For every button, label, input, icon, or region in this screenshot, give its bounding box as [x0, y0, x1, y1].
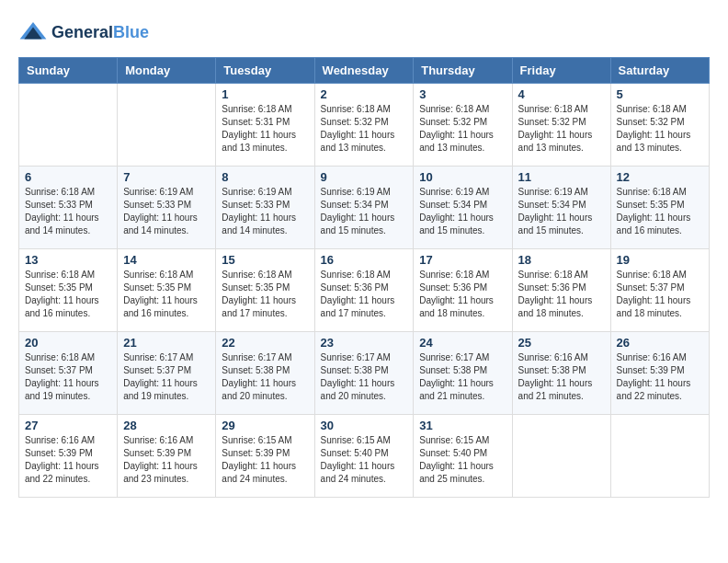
day-info: Sunrise: 6:15 AM Sunset: 5:39 PM Dayligh… [222, 434, 308, 486]
day-cell: 2Sunrise: 6:18 AM Sunset: 5:32 PM Daylig… [314, 84, 414, 167]
day-cell: 20Sunrise: 6:18 AM Sunset: 5:37 PM Dayli… [19, 332, 118, 415]
calendar-header: SundayMondayTuesdayWednesdayThursdayFrid… [19, 58, 710, 84]
logo: GeneralBlue [18, 18, 149, 48]
calendar-table: SundayMondayTuesdayWednesdayThursdayFrid… [18, 57, 710, 498]
column-header-sunday: Sunday [19, 58, 118, 84]
day-cell: 10Sunrise: 6:19 AM Sunset: 5:34 PM Dayli… [414, 167, 512, 249]
day-cell: 23Sunrise: 6:17 AM Sunset: 5:38 PM Dayli… [314, 332, 414, 415]
day-number: 22 [222, 336, 308, 350]
logo-icon [18, 18, 48, 48]
day-cell [610, 415, 709, 498]
column-header-wednesday: Wednesday [314, 58, 414, 84]
day-info: Sunrise: 6:18 AM Sunset: 5:33 PM Dayligh… [25, 186, 111, 237]
day-number: 9 [321, 170, 408, 184]
day-number: 31 [419, 419, 506, 432]
day-cell: 8Sunrise: 6:19 AM Sunset: 5:33 PM Daylig… [216, 167, 314, 249]
day-info: Sunrise: 6:17 AM Sunset: 5:37 PM Dayligh… [123, 351, 210, 403]
day-number: 30 [321, 419, 408, 432]
day-number: 3 [419, 87, 506, 101]
day-info: Sunrise: 6:18 AM Sunset: 5:35 PM Dayligh… [617, 186, 703, 237]
day-number: 10 [419, 170, 506, 184]
day-number: 23 [321, 336, 408, 350]
day-info: Sunrise: 6:18 AM Sunset: 5:36 PM Dayligh… [518, 269, 605, 320]
day-info: Sunrise: 6:17 AM Sunset: 5:38 PM Dayligh… [321, 351, 408, 403]
day-cell: 11Sunrise: 6:19 AM Sunset: 5:34 PM Dayli… [512, 167, 610, 249]
header-row: SundayMondayTuesdayWednesdayThursdayFrid… [19, 58, 710, 84]
day-cell: 9Sunrise: 6:19 AM Sunset: 5:34 PM Daylig… [314, 167, 414, 249]
day-number: 2 [321, 87, 408, 101]
day-info: Sunrise: 6:19 AM Sunset: 5:33 PM Dayligh… [222, 186, 308, 237]
day-info: Sunrise: 6:18 AM Sunset: 5:35 PM Dayligh… [25, 269, 111, 320]
day-number: 12 [617, 170, 703, 184]
day-number: 18 [518, 253, 605, 267]
day-info: Sunrise: 6:18 AM Sunset: 5:32 PM Dayligh… [617, 103, 703, 155]
day-number: 25 [518, 336, 605, 350]
week-row-3: 13Sunrise: 6:18 AM Sunset: 5:35 PM Dayli… [19, 249, 710, 332]
day-info: Sunrise: 6:16 AM Sunset: 5:39 PM Dayligh… [617, 351, 703, 403]
day-info: Sunrise: 6:18 AM Sunset: 5:36 PM Dayligh… [419, 269, 506, 320]
day-info: Sunrise: 6:19 AM Sunset: 5:34 PM Dayligh… [518, 186, 605, 237]
day-cell: 16Sunrise: 6:18 AM Sunset: 5:36 PM Dayli… [314, 249, 414, 332]
day-info: Sunrise: 6:16 AM Sunset: 5:38 PM Dayligh… [518, 351, 605, 403]
day-cell: 25Sunrise: 6:16 AM Sunset: 5:38 PM Dayli… [512, 332, 610, 415]
day-cell: 13Sunrise: 6:18 AM Sunset: 5:35 PM Dayli… [19, 249, 118, 332]
day-info: Sunrise: 6:17 AM Sunset: 5:38 PM Dayligh… [222, 351, 308, 403]
day-info: Sunrise: 6:18 AM Sunset: 5:35 PM Dayligh… [222, 269, 308, 320]
day-number: 11 [518, 170, 605, 184]
day-number: 7 [123, 170, 210, 184]
day-number: 14 [123, 253, 210, 267]
day-cell: 14Sunrise: 6:18 AM Sunset: 5:35 PM Dayli… [118, 249, 216, 332]
day-info: Sunrise: 6:19 AM Sunset: 5:34 PM Dayligh… [419, 186, 506, 237]
day-info: Sunrise: 6:18 AM Sunset: 5:32 PM Dayligh… [419, 103, 506, 155]
day-number: 13 [25, 253, 111, 267]
day-number: 1 [222, 87, 308, 101]
week-row-1: 1Sunrise: 6:18 AM Sunset: 5:31 PM Daylig… [19, 84, 710, 167]
day-info: Sunrise: 6:16 AM Sunset: 5:39 PM Dayligh… [25, 434, 111, 486]
day-number: 16 [321, 253, 408, 267]
week-row-5: 27Sunrise: 6:16 AM Sunset: 5:39 PM Dayli… [19, 415, 710, 498]
day-cell: 24Sunrise: 6:17 AM Sunset: 5:38 PM Dayli… [414, 332, 512, 415]
day-cell: 22Sunrise: 6:17 AM Sunset: 5:38 PM Dayli… [216, 332, 314, 415]
day-info: Sunrise: 6:18 AM Sunset: 5:36 PM Dayligh… [321, 269, 408, 320]
day-cell: 7Sunrise: 6:19 AM Sunset: 5:33 PM Daylig… [118, 167, 216, 249]
day-info: Sunrise: 6:18 AM Sunset: 5:35 PM Dayligh… [123, 269, 210, 320]
page-header: GeneralBlue [18, 18, 710, 48]
day-number: 20 [25, 336, 111, 350]
day-cell: 12Sunrise: 6:18 AM Sunset: 5:35 PM Dayli… [610, 167, 709, 249]
day-cell [19, 84, 118, 167]
day-number: 5 [617, 87, 703, 101]
day-cell: 3Sunrise: 6:18 AM Sunset: 5:32 PM Daylig… [414, 84, 512, 167]
logo-text: GeneralBlue [51, 24, 149, 42]
day-cell: 17Sunrise: 6:18 AM Sunset: 5:36 PM Dayli… [414, 249, 512, 332]
day-info: Sunrise: 6:17 AM Sunset: 5:38 PM Dayligh… [419, 351, 506, 403]
day-number: 21 [123, 336, 210, 350]
day-cell: 28Sunrise: 6:16 AM Sunset: 5:39 PM Dayli… [118, 415, 216, 498]
day-info: Sunrise: 6:18 AM Sunset: 5:32 PM Dayligh… [518, 103, 605, 155]
day-info: Sunrise: 6:15 AM Sunset: 5:40 PM Dayligh… [321, 434, 408, 486]
column-header-tuesday: Tuesday [216, 58, 314, 84]
day-info: Sunrise: 6:18 AM Sunset: 5:31 PM Dayligh… [222, 103, 308, 155]
day-cell: 21Sunrise: 6:17 AM Sunset: 5:37 PM Dayli… [118, 332, 216, 415]
week-row-4: 20Sunrise: 6:18 AM Sunset: 5:37 PM Dayli… [19, 332, 710, 415]
day-cell: 6Sunrise: 6:18 AM Sunset: 5:33 PM Daylig… [19, 167, 118, 249]
column-header-monday: Monday [118, 58, 216, 84]
day-cell [512, 415, 610, 498]
column-header-friday: Friday [512, 58, 610, 84]
day-info: Sunrise: 6:18 AM Sunset: 5:37 PM Dayligh… [617, 269, 703, 320]
day-info: Sunrise: 6:16 AM Sunset: 5:39 PM Dayligh… [123, 434, 210, 486]
day-number: 26 [617, 336, 703, 350]
day-cell [118, 84, 216, 167]
day-number: 27 [25, 419, 111, 432]
day-cell: 29Sunrise: 6:15 AM Sunset: 5:39 PM Dayli… [216, 415, 314, 498]
day-info: Sunrise: 6:18 AM Sunset: 5:32 PM Dayligh… [321, 103, 408, 155]
day-number: 17 [419, 253, 506, 267]
day-cell: 1Sunrise: 6:18 AM Sunset: 5:31 PM Daylig… [216, 84, 314, 167]
day-number: 6 [25, 170, 111, 184]
day-number: 24 [419, 336, 506, 350]
day-number: 15 [222, 253, 308, 267]
day-cell: 26Sunrise: 6:16 AM Sunset: 5:39 PM Dayli… [610, 332, 709, 415]
day-cell: 31Sunrise: 6:15 AM Sunset: 5:40 PM Dayli… [414, 415, 512, 498]
day-cell: 18Sunrise: 6:18 AM Sunset: 5:36 PM Dayli… [512, 249, 610, 332]
day-number: 28 [123, 419, 210, 432]
column-header-saturday: Saturday [610, 58, 709, 84]
